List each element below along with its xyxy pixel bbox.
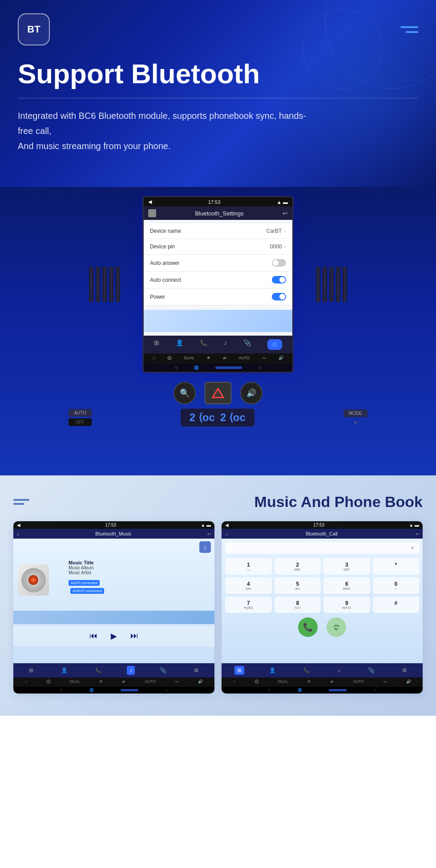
play-btn[interactable]: ▶ xyxy=(111,631,117,641)
call-nav-grid-active[interactable]: ⊞ xyxy=(234,666,244,675)
dialpad-input-field[interactable]: ✕ xyxy=(225,542,419,554)
auto-answer-row[interactable]: Auto answer xyxy=(144,255,292,272)
left-btn[interactable]: 🔍 xyxy=(174,382,196,404)
key-0[interactable]: 0+ xyxy=(373,577,420,594)
hazard-icon: ! xyxy=(212,388,224,398)
svg-text:!: ! xyxy=(218,392,219,397)
call-nav-phone[interactable]: 📞 xyxy=(301,666,313,675)
next-btn[interactable]: ⏭ xyxy=(130,631,138,641)
clear-icon[interactable]: ✕ xyxy=(410,545,415,551)
snow-ctrl: ❄ xyxy=(207,356,210,361)
nav-grid-icon[interactable]: ⊞ xyxy=(154,339,159,350)
key-1[interactable]: 1— xyxy=(225,558,272,575)
right-btn[interactable]: 🔊 xyxy=(240,382,262,404)
music-nav-phone[interactable]: 📞 xyxy=(93,666,105,675)
music-screen-title: Bluetooth_Music xyxy=(95,531,131,536)
c-0r: 0 xyxy=(374,688,375,692)
auto-connect-label: Auto connect xyxy=(150,277,181,283)
disc-player xyxy=(18,564,49,596)
nav-phone-icon[interactable]: 📞 xyxy=(200,339,207,350)
music-nav-settings[interactable]: ⚙ xyxy=(191,666,202,675)
key-star[interactable]: * xyxy=(373,558,420,575)
device-name-row[interactable]: Device name CarBT › xyxy=(144,223,292,239)
disc xyxy=(21,568,46,592)
key-6[interactable]: 6MNO xyxy=(323,577,370,594)
nav-clip-icon[interactable]: 📎 xyxy=(243,339,251,350)
music-icon-row: ♪ xyxy=(13,539,214,553)
c-0l: 0 xyxy=(268,688,270,692)
music-home-icon[interactable]: ⌂ xyxy=(17,531,20,536)
auto-answer-label: Auto answer xyxy=(150,260,180,266)
home-icon[interactable]: ⌂ xyxy=(148,209,156,217)
divider xyxy=(18,98,418,98)
climate-row: ⌂ ⏻ DUAL ❄ ⇌ AUTO 〜 🔊 xyxy=(144,353,292,364)
key-5[interactable]: 5JKL xyxy=(275,577,321,594)
chevron-icon: › xyxy=(284,228,286,234)
power-row[interactable]: Power xyxy=(144,288,292,305)
auto-btn[interactable]: AUTO xyxy=(69,409,92,417)
music-nav-clip[interactable]: 📎 xyxy=(157,666,169,675)
back-icon[interactable]: ↩ xyxy=(283,210,288,217)
call-nav-settings[interactable]: ⚙ xyxy=(400,666,410,675)
call-home-icon[interactable]: ⌂ xyxy=(225,531,228,536)
redial-btn[interactable] xyxy=(327,617,346,637)
sync-ctrl: ⇌ xyxy=(223,356,226,361)
music-dual-c: DUAL xyxy=(69,679,80,685)
status-icons: ▲ ▬ xyxy=(277,199,288,205)
nav-person-icon[interactable]: 👤 xyxy=(176,339,183,350)
mode-btn[interactable]: MODE xyxy=(343,410,367,417)
display-value-1: 2 ⟨oc xyxy=(190,411,215,424)
music-bottom-nav: ⊞ 👤 📞 ♪ 📎 ⚙ xyxy=(13,663,214,677)
call-back-nav[interactable]: ↩ xyxy=(416,531,419,536)
auto-connect-toggle[interactable] xyxy=(272,276,286,284)
tablet-bottom-nav: ⊞ 👤 📞 ♪ 📎 xyxy=(144,336,292,353)
device-pin-row[interactable]: Device pin 0000 › xyxy=(144,239,292,255)
card-menu-icon[interactable] xyxy=(13,499,29,505)
person-icon: 👤 xyxy=(176,339,183,346)
off-btn[interactable]: OFF xyxy=(69,418,92,426)
key-7[interactable]: 7PQRS xyxy=(225,596,272,613)
album-art-container xyxy=(18,560,62,604)
dialpad: ✕ 1— 2ABC 3DEF * 4GHI 5JKL 6MNO 0+ 7PQRS… xyxy=(222,539,423,645)
vent-slot xyxy=(89,267,93,302)
auto-answer-toggle[interactable] xyxy=(272,259,286,267)
key-4[interactable]: 4GHI xyxy=(225,577,272,594)
nav-music-icon[interactable]: ♪ xyxy=(224,339,227,350)
music-back-nav[interactable]: ↩ xyxy=(207,531,211,536)
auto-connect-row[interactable]: Auto connect xyxy=(144,272,292,288)
call-pwr-c: ⏻ xyxy=(254,679,258,685)
vent-slot-r5 xyxy=(343,267,347,302)
tablet-screen: ◀ 17:53 ▲ ▬ ⌂ Bluetooth_Settings ↩ Devic… xyxy=(142,196,294,373)
music-nav-grid[interactable]: ⊞ xyxy=(26,666,36,675)
key-2[interactable]: 2ABC xyxy=(275,558,321,575)
key-8[interactable]: 8TUV xyxy=(275,596,321,613)
wave-decoration xyxy=(144,310,292,332)
music-phone-body: ♪ Music Title xyxy=(13,539,214,663)
track-name: Music Title xyxy=(69,560,210,565)
status-time: 17:53 xyxy=(208,199,221,205)
auto-group: AUTO OFF xyxy=(69,409,92,426)
call-nav-clip[interactable]: 📎 xyxy=(365,666,377,675)
call-btn[interactable]: 📞 xyxy=(298,617,318,637)
phone-screens-row: ◀ 17:53 ▲ ▬ ⌂ Bluetooth_Music ↩ ♪ xyxy=(13,521,423,694)
call-nav-music[interactable]: ♪ xyxy=(335,666,343,675)
device-pin-label: Device pin xyxy=(150,243,175,250)
key-9[interactable]: 9WXYZ xyxy=(323,596,370,613)
music-nav-person[interactable]: 👤 xyxy=(58,666,70,675)
call-nav-person[interactable]: 👤 xyxy=(266,666,279,675)
nav-settings-active[interactable]: ⚙ xyxy=(267,339,282,350)
call-auto-c: AUTO xyxy=(353,679,364,685)
music-nav-music-active[interactable]: ♪ xyxy=(127,666,135,675)
key-hash[interactable]: # xyxy=(373,596,420,613)
header-section: BT Support Bluetooth Integrated with BC6… xyxy=(0,0,436,187)
screen-title: Bluetooth_Settings xyxy=(195,210,243,217)
music-status-icons: ▲ ▬ xyxy=(201,523,211,527)
back-arrow: ◀ xyxy=(148,199,152,205)
call-back-arrow: ◀ xyxy=(225,523,229,527)
hazard-btn[interactable]: ! xyxy=(205,382,231,404)
prev-btn[interactable]: ⏮ xyxy=(89,631,97,641)
power-toggle[interactable] xyxy=(272,293,286,300)
temp-value: 0 xyxy=(175,365,178,370)
key-3[interactable]: 3DEF xyxy=(323,558,370,575)
mode-arrow: ∨ xyxy=(353,419,358,426)
